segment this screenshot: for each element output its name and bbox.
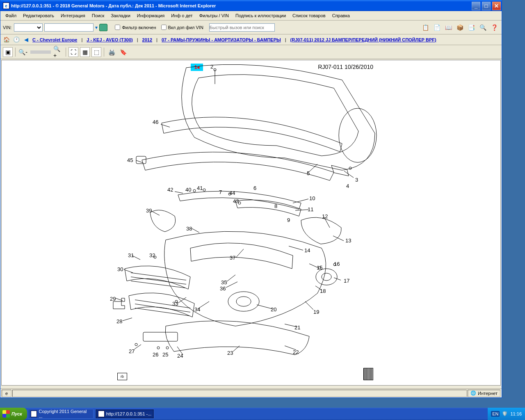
statusbar: e 🌐 Интернет: [0, 388, 502, 397]
breadcrumb-bar: 🏠 🕐 ◀ C - Chevrolet Europe| J - KEJ - AV…: [0, 34, 502, 45]
svg-line-47: [192, 228, 199, 233]
zoom-slider[interactable]: [30, 50, 51, 54]
exploded-diagram[interactable]: 2 46 45 3 4 5 42 40 41 7 44 43 6 8 10 11…: [112, 64, 383, 375]
help-icon[interactable]: ❓: [489, 23, 499, 32]
vin-input[interactable]: [44, 23, 94, 32]
svg-line-39: [226, 282, 237, 288]
svg-rect-1: [136, 156, 146, 164]
menu-filtersvin[interactable]: Фильтры / VIN: [196, 12, 232, 19]
svg-line-25: [293, 199, 308, 203]
fit-icon[interactable]: ⛶: [68, 47, 78, 57]
svg-point-5: [322, 273, 331, 281]
svg-point-19: [157, 347, 160, 349]
titlebar: e http://127.0.0.1:351 - © 2018 General …: [0, 0, 502, 11]
filter-on-checkbox[interactable]: Фильтр включен: [115, 25, 156, 30]
menu-bookmarks[interactable]: Закладки: [107, 12, 134, 19]
svg-line-34: [285, 324, 297, 327]
breadcrumb-link-section[interactable]: 07 - РАМЫ-ПРУЖИНЫ - АМОРТИЗАТОРЫ - БАМПЕ…: [162, 37, 281, 42]
back-icon[interactable]: ◀: [23, 36, 30, 43]
breadcrumb-link-model[interactable]: J - KEJ - AVEO (T300): [87, 37, 132, 42]
svg-line-43: [132, 256, 140, 260]
zoom-out-icon[interactable]: 🔍-: [18, 47, 28, 57]
breadcrumb-link-figure[interactable]: (RJ07-011) 2012 JJ БАМПЕР/ПЕРЕДНИЙ (НИЖН…: [290, 37, 436, 42]
print-icon[interactable]: 🖨️: [107, 47, 116, 57]
svg-point-18: [135, 343, 137, 346]
bookmark-icon[interactable]: 🔖: [118, 47, 128, 57]
svg-line-27: [324, 217, 330, 228]
windows-flag-icon: [2, 410, 10, 418]
menu-infodet[interactable]: Инф о дет: [168, 12, 196, 19]
breadcrumb-link-year[interactable]: 2012: [142, 37, 152, 42]
svg-point-15: [333, 263, 336, 266]
svg-point-12: [228, 193, 231, 195]
diagram-svg: [112, 64, 383, 375]
content-area: RJ07-011 10/26/2010 1◀ 2 46 45 3 4 5 42 …: [1, 60, 501, 386]
svg-line-36: [257, 305, 272, 309]
minimize-button[interactable]: _: [472, 2, 480, 10]
svg-point-10: [193, 189, 196, 192]
frame-icon[interactable]: ▦: [80, 47, 90, 57]
zoom-in-icon[interactable]: 🔍+: [53, 47, 63, 57]
svg-point-11: [203, 189, 205, 191]
taskbar-item-1[interactable]: Copyright 2011 General ...: [28, 409, 94, 419]
search-icon[interactable]: 🔍: [478, 23, 488, 32]
vin-label: VIN:: [3, 25, 11, 30]
svg-point-13: [238, 202, 241, 204]
svg-rect-6: [143, 332, 178, 341]
breadcrumb-link-vehicle[interactable]: C - Chevrolet Europe: [32, 37, 77, 42]
svg-point-16: [154, 256, 156, 258]
svg-point-4: [316, 269, 337, 285]
ie-icon: [31, 411, 37, 417]
svg-point-14: [318, 267, 321, 269]
home-icon[interactable]: 🏠: [3, 36, 10, 43]
menu-productlist[interactable]: Список товаров: [289, 12, 329, 19]
svg-line-38: [226, 275, 235, 282]
menu-edit[interactable]: Редактировать: [20, 12, 57, 19]
status-ie-icon: e: [2, 390, 11, 397]
start-button[interactable]: Пуск: [0, 408, 27, 420]
barcode-mark: [363, 368, 373, 380]
language-indicator[interactable]: EN: [491, 411, 500, 417]
status-mid: [12, 390, 467, 397]
quick-search-input[interactable]: [209, 23, 275, 32]
dropdown-arrow-icon[interactable]: ▾: [95, 25, 98, 30]
svg-point-17: [175, 300, 178, 303]
svg-line-26: [295, 210, 308, 210]
package-icon[interactable]: 📦: [455, 23, 465, 32]
shield-icon[interactable]: 🛡️: [502, 411, 508, 417]
menu-file[interactable]: Файл: [2, 12, 20, 19]
history-icon[interactable]: 🕐: [13, 36, 20, 43]
add-fil-vin-checkbox[interactable]: Вкл доп фил VIN: [161, 25, 203, 30]
svg-line-35: [285, 346, 296, 350]
menu-signature[interactable]: Подпись к иллюстрации: [232, 12, 289, 19]
menu-help[interactable]: Справка: [329, 12, 353, 19]
notes-icon[interactable]: 📋: [420, 23, 430, 32]
close-button[interactable]: ✕: [492, 2, 501, 10]
browser-window: e http://127.0.0.1:351 - © 2018 General …: [0, 0, 502, 398]
document-icon[interactable]: 📄: [432, 23, 442, 32]
select-icon[interactable]: ▣: [3, 47, 13, 57]
menubar: Файл Редактировать Интеграция Поиск Закл…: [0, 11, 502, 21]
book-icon[interactable]: 📖: [443, 23, 453, 32]
svg-line-23: [344, 171, 354, 178]
svg-line-46: [175, 192, 183, 193]
menu-search[interactable]: Поиск: [89, 12, 107, 19]
svg-point-3: [236, 297, 251, 306]
region-icon[interactable]: ⬚: [91, 47, 101, 57]
vin-select[interactable]: [14, 23, 43, 32]
menu-information[interactable]: Информация: [134, 12, 168, 19]
car-icon[interactable]: [99, 24, 107, 31]
copy-icon[interactable]: 📑: [466, 23, 476, 32]
svg-line-30: [309, 264, 318, 268]
svg-line-48: [123, 318, 132, 321]
svg-line-29: [289, 246, 303, 250]
globe-icon: 🌐: [470, 390, 476, 396]
menu-integration[interactable]: Интеграция: [57, 12, 89, 19]
clock[interactable]: 11:16: [510, 411, 522, 416]
system-tray: EN 🛡️ 11:16: [488, 408, 525, 420]
svg-line-42: [152, 211, 160, 215]
svg-line-31: [334, 278, 341, 280]
maximize-button[interactable]: □: [482, 2, 491, 10]
taskbar-item-2[interactable]: http://127.0.0.1:351 -...: [95, 409, 155, 419]
svg-point-2: [228, 292, 259, 311]
